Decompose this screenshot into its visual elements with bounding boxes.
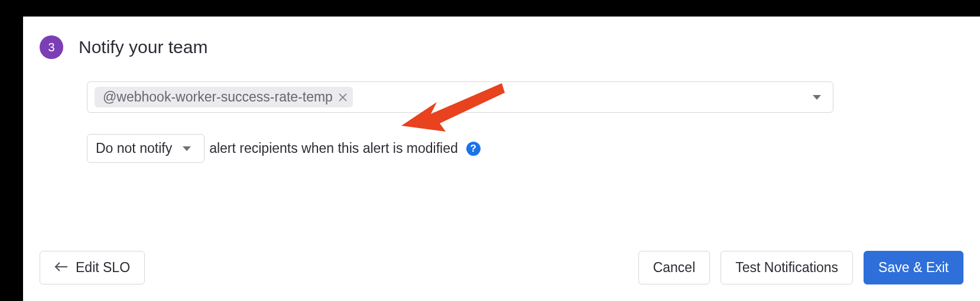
save-exit-label: Save & Exit xyxy=(878,260,949,276)
page-container: 3 Notify your team @webhook-worker-succe… xyxy=(23,17,980,301)
remove-tag-icon[interactable] xyxy=(339,93,347,102)
svg-marker-2 xyxy=(813,95,821,100)
footer-bar: Edit SLO Cancel Test Notifications Save … xyxy=(40,251,963,284)
notify-description: alert recipients when this alert is modi… xyxy=(209,140,458,156)
chevron-down-icon[interactable] xyxy=(813,93,826,102)
step-header: 3 Notify your team xyxy=(40,35,963,59)
svg-marker-3 xyxy=(183,146,191,151)
step-title: Notify your team xyxy=(79,37,207,57)
recipient-tag-text: @webhook-worker-success-rate-temp xyxy=(103,89,333,105)
save-exit-button[interactable]: Save & Exit xyxy=(864,251,963,284)
chevron-down-icon xyxy=(183,144,196,153)
notify-modified-row: Do not notify alert recipients when this… xyxy=(87,134,833,163)
recipient-tag: @webhook-worker-success-rate-temp xyxy=(95,87,353,107)
edit-slo-button[interactable]: Edit SLO xyxy=(40,251,145,284)
cancel-label: Cancel xyxy=(653,260,696,276)
test-notifications-label: Test Notifications xyxy=(735,260,838,276)
recipient-input[interactable]: @webhook-worker-success-rate-temp xyxy=(87,81,833,113)
content-area: @webhook-worker-success-rate-temp Do not… xyxy=(40,81,963,163)
test-notifications-button[interactable]: Test Notifications xyxy=(721,251,853,284)
edit-slo-label: Edit SLO xyxy=(76,260,130,276)
help-icon[interactable]: ? xyxy=(466,142,481,156)
step-number: 3 xyxy=(48,41,54,54)
footer-right: Cancel Test Notifications Save & Exit xyxy=(638,251,963,284)
notify-select[interactable]: Do not notify xyxy=(87,134,205,163)
notify-select-value: Do not notify xyxy=(96,140,172,156)
step-number-badge: 3 xyxy=(40,35,63,59)
cancel-button[interactable]: Cancel xyxy=(638,251,710,284)
arrow-left-icon xyxy=(54,261,69,274)
close-icon xyxy=(339,93,347,102)
